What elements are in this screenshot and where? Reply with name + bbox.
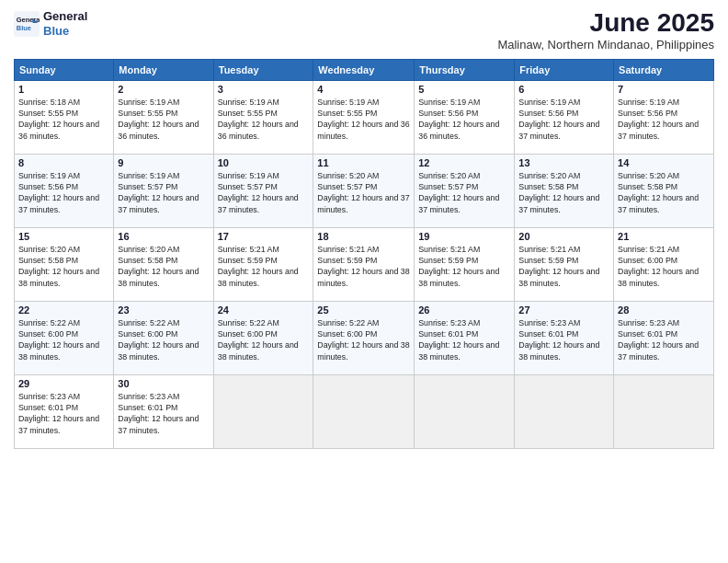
calendar-cell: 5Sunrise: 5:19 AMSunset: 5:56 PMDaylight… [415, 80, 515, 154]
day-number: 5 [418, 84, 510, 95]
day-info: Sunrise: 5:19 AMSunset: 5:56 PMDaylight:… [418, 97, 510, 142]
day-number: 22 [18, 304, 109, 316]
day-number: 2 [118, 84, 209, 95]
day-info: Sunrise: 5:19 AMSunset: 5:57 PMDaylight:… [118, 170, 209, 215]
day-info: Sunrise: 5:21 AMSunset: 6:00 PMDaylight:… [618, 244, 710, 289]
calendar-cell: 12Sunrise: 5:20 AMSunset: 5:57 PMDayligh… [415, 154, 515, 227]
day-info: Sunrise: 5:22 AMSunset: 6:00 PMDaylight:… [317, 317, 410, 362]
calendar-cell: 29Sunrise: 5:23 AMSunset: 6:01 PMDayligh… [15, 374, 114, 448]
day-info: Sunrise: 5:19 AMSunset: 5:55 PMDaylight:… [118, 97, 209, 142]
day-number: 1 [18, 84, 109, 95]
day-info: Sunrise: 5:23 AMSunset: 6:01 PMDaylight:… [18, 391, 109, 436]
calendar-cell: 2Sunrise: 5:19 AMSunset: 5:55 PMDaylight… [114, 80, 213, 154]
day-info: Sunrise: 5:23 AMSunset: 6:01 PMDaylight:… [518, 317, 609, 362]
calendar-cell: 10Sunrise: 5:19 AMSunset: 5:57 PMDayligh… [213, 154, 313, 227]
logo-text: General Blue [43, 9, 87, 38]
calendar-week-3: 15Sunrise: 5:20 AMSunset: 5:58 PMDayligh… [15, 227, 714, 301]
day-number: 7 [618, 84, 710, 95]
calendar-cell: 1Sunrise: 5:18 AMSunset: 5:55 PMDaylight… [15, 80, 114, 154]
day-number: 15 [18, 231, 109, 242]
calendar-cell: 15Sunrise: 5:20 AMSunset: 5:58 PMDayligh… [15, 227, 114, 301]
day-number: 12 [418, 157, 510, 168]
day-number: 13 [518, 157, 609, 168]
calendar-week-5: 29Sunrise: 5:23 AMSunset: 6:01 PMDayligh… [15, 374, 714, 448]
day-info: Sunrise: 5:23 AMSunset: 6:01 PMDaylight:… [418, 317, 510, 362]
calendar-cell: 17Sunrise: 5:21 AMSunset: 5:59 PMDayligh… [213, 227, 313, 301]
calendar-cell: 26Sunrise: 5:23 AMSunset: 6:01 PMDayligh… [415, 301, 515, 374]
logo-line1: General [43, 9, 87, 24]
day-number: 3 [218, 84, 310, 95]
day-info: Sunrise: 5:19 AMSunset: 5:56 PMDaylight:… [618, 97, 710, 142]
day-info: Sunrise: 5:22 AMSunset: 6:00 PMDaylight:… [118, 317, 209, 362]
calendar-cell: 9Sunrise: 5:19 AMSunset: 5:57 PMDaylight… [114, 154, 213, 227]
calendar-cell: 22Sunrise: 5:22 AMSunset: 6:00 PMDayligh… [15, 301, 114, 374]
day-number: 28 [618, 304, 710, 316]
day-info: Sunrise: 5:22 AMSunset: 6:00 PMDaylight:… [18, 317, 109, 362]
day-number: 8 [18, 157, 109, 168]
calendar-cell: 28Sunrise: 5:23 AMSunset: 6:01 PMDayligh… [614, 301, 714, 374]
calendar-cell: 8Sunrise: 5:19 AMSunset: 5:56 PMDaylight… [15, 154, 114, 227]
day-info: Sunrise: 5:20 AMSunset: 5:58 PMDaylight:… [518, 170, 609, 215]
day-info: Sunrise: 5:18 AMSunset: 5:55 PMDaylight:… [18, 97, 109, 142]
calendar-cell: 27Sunrise: 5:23 AMSunset: 6:01 PMDayligh… [515, 301, 614, 374]
day-number: 26 [418, 304, 510, 316]
day-number: 29 [18, 378, 109, 389]
day-number: 27 [518, 304, 609, 316]
calendar-cell [213, 374, 313, 448]
day-number: 10 [218, 157, 310, 168]
calendar-week-2: 8Sunrise: 5:19 AMSunset: 5:56 PMDaylight… [15, 154, 714, 227]
logo-icon: General Blue [14, 11, 40, 37]
day-number: 30 [118, 378, 209, 389]
calendar-cell: 3Sunrise: 5:19 AMSunset: 5:55 PMDaylight… [213, 80, 313, 154]
day-number: 14 [618, 157, 710, 168]
calendar-cell: 30Sunrise: 5:23 AMSunset: 6:01 PMDayligh… [114, 374, 213, 448]
day-info: Sunrise: 5:19 AMSunset: 5:56 PMDaylight:… [18, 170, 109, 215]
day-number: 17 [218, 231, 310, 242]
day-info: Sunrise: 5:19 AMSunset: 5:56 PMDaylight:… [518, 97, 609, 142]
day-info: Sunrise: 5:20 AMSunset: 5:57 PMDaylight:… [418, 170, 510, 215]
calendar-cell: 25Sunrise: 5:22 AMSunset: 6:00 PMDayligh… [313, 301, 415, 374]
calendar-cell: 13Sunrise: 5:20 AMSunset: 5:58 PMDayligh… [515, 154, 614, 227]
day-number: 21 [618, 231, 710, 242]
day-info: Sunrise: 5:23 AMSunset: 6:01 PMDaylight:… [618, 317, 710, 362]
header: General Blue General Blue June 2025 Mali… [14, 9, 714, 52]
weekday-header-friday: Friday [515, 59, 614, 80]
page: General Blue General Blue June 2025 Mali… [0, 0, 728, 563]
day-number: 11 [317, 157, 410, 168]
logo: General Blue General Blue [14, 9, 87, 38]
weekday-header-sunday: Sunday [15, 59, 114, 80]
weekday-header-wednesday: Wednesday [313, 59, 415, 80]
calendar-cell [313, 374, 415, 448]
day-info: Sunrise: 5:20 AMSunset: 5:57 PMDaylight:… [317, 170, 410, 215]
calendar-cell: 20Sunrise: 5:21 AMSunset: 5:59 PMDayligh… [515, 227, 614, 301]
calendar-cell: 11Sunrise: 5:20 AMSunset: 5:57 PMDayligh… [313, 154, 415, 227]
calendar-cell: 19Sunrise: 5:21 AMSunset: 5:59 PMDayligh… [415, 227, 515, 301]
day-info: Sunrise: 5:20 AMSunset: 5:58 PMDaylight:… [18, 244, 109, 289]
day-number: 24 [218, 304, 310, 316]
day-number: 6 [518, 84, 609, 95]
weekday-header-saturday: Saturday [614, 59, 714, 80]
calendar-cell: 24Sunrise: 5:22 AMSunset: 6:00 PMDayligh… [213, 301, 313, 374]
calendar-cell [415, 374, 515, 448]
day-number: 16 [118, 231, 209, 242]
day-info: Sunrise: 5:19 AMSunset: 5:57 PMDaylight:… [218, 170, 310, 215]
day-info: Sunrise: 5:19 AMSunset: 5:55 PMDaylight:… [218, 97, 310, 142]
calendar-cell: 14Sunrise: 5:20 AMSunset: 5:58 PMDayligh… [614, 154, 714, 227]
weekday-header-monday: Monday [114, 59, 213, 80]
calendar: SundayMondayTuesdayWednesdayThursdayFrid… [14, 59, 714, 449]
day-number: 9 [118, 157, 209, 168]
calendar-week-1: 1Sunrise: 5:18 AMSunset: 5:55 PMDaylight… [15, 80, 714, 154]
calendar-cell: 18Sunrise: 5:21 AMSunset: 5:59 PMDayligh… [313, 227, 415, 301]
svg-text:Blue: Blue [17, 24, 31, 32]
day-info: Sunrise: 5:21 AMSunset: 5:59 PMDaylight:… [218, 244, 310, 289]
calendar-cell: 4Sunrise: 5:19 AMSunset: 5:55 PMDaylight… [313, 80, 415, 154]
day-info: Sunrise: 5:23 AMSunset: 6:01 PMDaylight:… [118, 391, 209, 436]
calendar-cell [614, 374, 714, 448]
day-info: Sunrise: 5:21 AMSunset: 5:59 PMDaylight:… [317, 244, 410, 289]
month-title: June 2025 [497, 9, 714, 38]
day-info: Sunrise: 5:21 AMSunset: 5:59 PMDaylight:… [418, 244, 510, 289]
day-info: Sunrise: 5:20 AMSunset: 5:58 PMDaylight:… [618, 170, 710, 215]
day-info: Sunrise: 5:20 AMSunset: 5:58 PMDaylight:… [118, 244, 209, 289]
title-block: June 2025 Malinaw, Northern Mindanao, Ph… [497, 9, 714, 52]
day-number: 4 [317, 84, 410, 95]
